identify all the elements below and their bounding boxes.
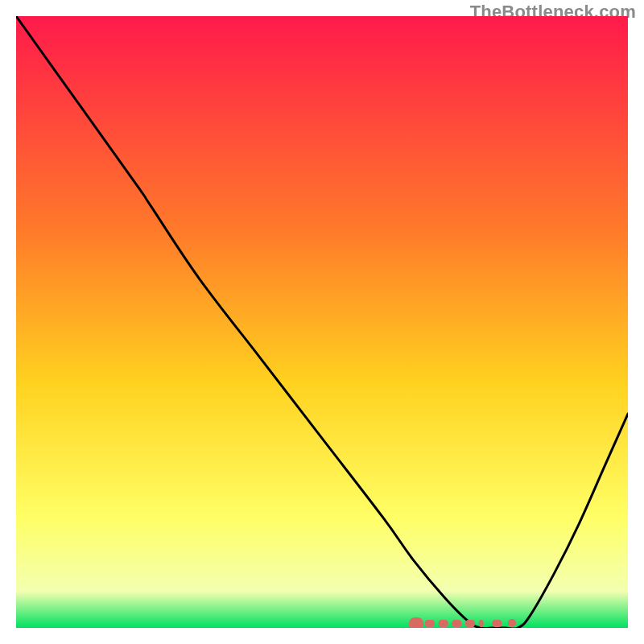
marker-dash: [425, 620, 435, 627]
gradient-background: [16, 16, 628, 628]
marker-dash: [465, 620, 475, 627]
marker-dash: [452, 620, 461, 627]
marker-dash: [479, 620, 484, 627]
chart-stage: TheBottleneck.com: [0, 0, 644, 644]
marker-dot: [508, 619, 516, 627]
marker-blob: [409, 617, 423, 628]
plot-area: [16, 16, 628, 628]
marker-dash: [439, 620, 448, 627]
chart-svg: [16, 16, 628, 628]
marker-dash: [492, 620, 502, 627]
